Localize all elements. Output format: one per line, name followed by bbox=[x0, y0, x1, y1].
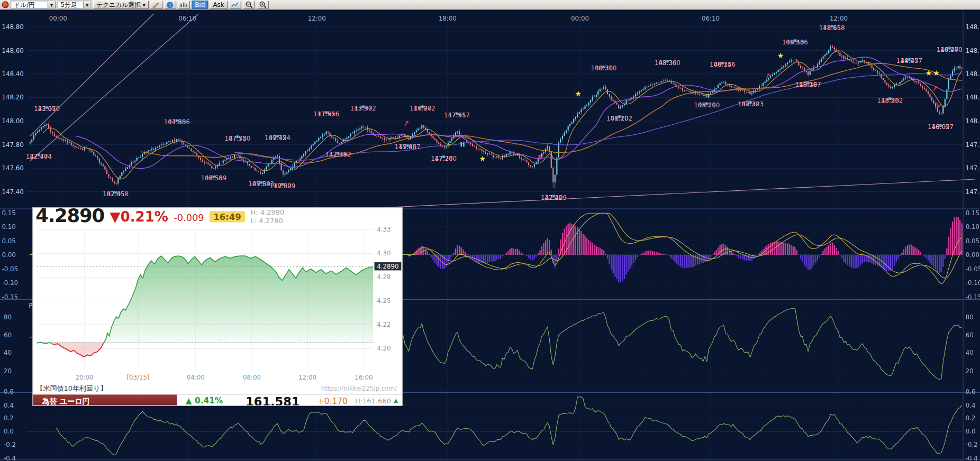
widget-x-label: 20:00 bbox=[75, 374, 93, 381]
app-logo-icon bbox=[2, 1, 9, 8]
widget-y-label: 4.33 bbox=[377, 226, 391, 233]
fx-chart-app: ドル/円 ▼ 5分足 ▼ テクニカル選択 ▼ i Bid Ask bbox=[0, 0, 980, 461]
widget-source-link[interactable]: https://nikkei225jp.com/ bbox=[321, 385, 397, 392]
widget-x-label: 08:00 bbox=[243, 374, 261, 381]
timeframe-select-value: 5分足 bbox=[58, 1, 83, 10]
widget-change-pct: ▼0.21% bbox=[110, 209, 168, 225]
chevron-down-icon[interactable]: ▼ bbox=[48, 1, 55, 8]
bid-button[interactable]: Bid bbox=[192, 1, 208, 8]
trendlines-layer bbox=[30, 14, 975, 218]
ask-button[interactable]: Ask bbox=[210, 1, 228, 8]
zoom-in-icon bbox=[259, 1, 267, 8]
widget-y-label: 4.22 bbox=[377, 321, 391, 328]
toolbar: ドル/円 ▼ 5分足 ▼ テクニカル選択 ▼ i Bid Ask bbox=[0, 0, 980, 10]
widget-x-label: 16:00 bbox=[355, 374, 373, 381]
widget-caption: 【米国債10年利回り】 bbox=[37, 384, 107, 393]
info-button[interactable]: i bbox=[164, 1, 176, 8]
zoom-out-button[interactable] bbox=[243, 1, 255, 8]
timeframe-select[interactable]: 5分足 ▼ bbox=[58, 1, 92, 8]
widget-high-low: H: 4.2980 L: 4.2780 bbox=[251, 208, 285, 225]
svg-text:i: i bbox=[169, 2, 171, 7]
widget-low: L: 4.2780 bbox=[251, 217, 285, 225]
widget-y-label: 4.25 bbox=[377, 297, 391, 305]
widget-x-axis: 20:00[03/15]04:0008:0012:0016:00 bbox=[33, 374, 402, 382]
technical-select-button[interactable]: テクニカル選択 ▼ bbox=[93, 1, 149, 8]
widget-y-label: 4.28 bbox=[377, 273, 391, 281]
ticker-high: H:161.660 bbox=[355, 397, 391, 405]
widget-header: 4.2890 ▼0.21% -0.009 16:49 H: 4.2980 L: … bbox=[33, 208, 402, 225]
widget-price-badge: 4.2890 bbox=[374, 262, 401, 270]
screen: ドル/円 ▼ 5分足 ▼ テクニカル選択 ▼ i Bid Ask bbox=[0, 0, 980, 461]
zoom-out-icon bbox=[245, 1, 253, 8]
ticker-up-icon: ▲ bbox=[394, 397, 398, 403]
draw-tool-button[interactable] bbox=[150, 1, 162, 8]
ask-label: Ask bbox=[213, 1, 224, 8]
widget-high: H: 4.2980 bbox=[251, 208, 285, 216]
line-chart-icon bbox=[231, 1, 239, 8]
chevron-down-icon: ▼ bbox=[142, 3, 145, 7]
line-chart-button[interactable] bbox=[229, 1, 241, 8]
pencil-icon bbox=[153, 1, 160, 8]
ticker-tab[interactable]: 為替 ユーロ円 bbox=[33, 394, 177, 405]
treasury-widget-window[interactable]: 4.2890 ▼0.21% -0.009 16:49 H: 4.2980 L: … bbox=[32, 207, 402, 406]
widget-change: -0.009 bbox=[174, 213, 204, 224]
ticker-row[interactable]: 為替 ユーロ円 ▲ 0.41% 161.581 +0.170 H:161.660… bbox=[33, 394, 403, 405]
info-icon: i bbox=[167, 1, 174, 8]
technical-select-label: テクニカル選択 bbox=[96, 1, 141, 10]
widget-chart: 4.334.304.284.254.224.20 bbox=[33, 225, 403, 372]
chart-type-button[interactable] bbox=[178, 1, 189, 8]
widget-x-label: 12:00 bbox=[298, 374, 316, 381]
widget-x-label: 04:00 bbox=[187, 374, 205, 381]
widget-x-label: [03/15] bbox=[126, 374, 149, 381]
widget-value: 4.2890 bbox=[35, 207, 104, 225]
widget-time-badge: 16:49 bbox=[210, 211, 245, 222]
pair-select[interactable]: ドル/円 ▼ bbox=[11, 1, 56, 8]
widget-y-label: 4.30 bbox=[377, 250, 391, 257]
ticker-price: 161.581 bbox=[246, 394, 300, 405]
zoom-in-button[interactable] bbox=[257, 1, 268, 8]
widget-y-label: 4.20 bbox=[377, 345, 391, 352]
candlestick-icon bbox=[180, 1, 188, 8]
bid-label: Bid bbox=[195, 1, 205, 8]
pair-select-value: ドル/円 bbox=[11, 1, 48, 10]
ticker-pct: ▲ 0.41% bbox=[186, 396, 223, 405]
ticker-change: +0.170 bbox=[317, 397, 348, 406]
chevron-down-icon[interactable]: ▼ bbox=[83, 1, 90, 8]
